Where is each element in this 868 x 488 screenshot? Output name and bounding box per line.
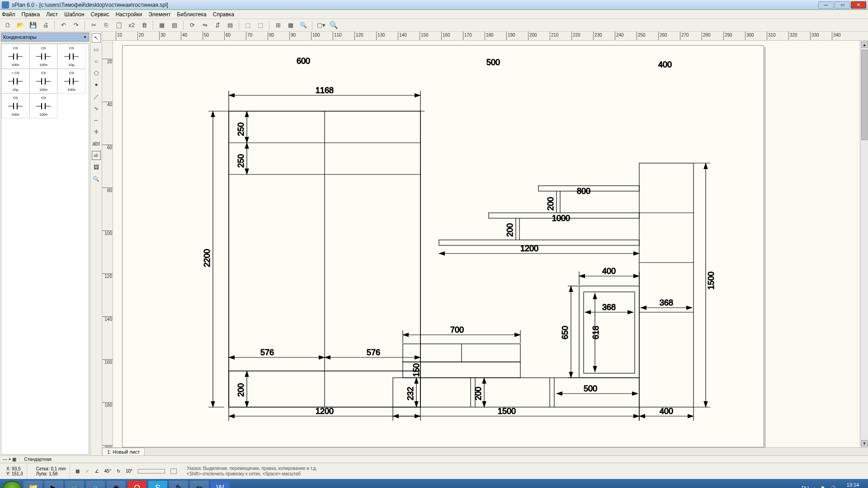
circle-tool[interactable]: ○ (92, 57, 101, 66)
svg-text:500: 500 (486, 58, 500, 67)
text-tool[interactable]: abI (92, 139, 101, 148)
maximize-button[interactable]: ▭ (835, 1, 850, 9)
canvas[interactable]: 600 500 400 (113, 41, 860, 447)
ie-icon[interactable]: e (86, 481, 105, 488)
special-tool[interactable]: ✦ (92, 80, 101, 89)
print-icon[interactable]: 🖨 (41, 20, 51, 30)
svg-rect-66 (639, 163, 693, 407)
group-icon[interactable]: ⬚ (243, 20, 253, 30)
svg-text:500: 500 (584, 384, 597, 393)
copy-icon[interactable]: ⎘ (101, 20, 111, 30)
rotate-icon[interactable]: ⟳ (187, 20, 197, 30)
textbox-tool[interactable]: ab (92, 151, 101, 160)
splan-task-icon[interactable]: ✏ (190, 481, 209, 488)
menu-file[interactable]: Файл (2, 11, 15, 18)
tray-volume-icon[interactable]: 🔊 (830, 485, 836, 488)
pencil-icon[interactable]: ✎ (169, 481, 188, 488)
minimize-button[interactable]: — (818, 1, 834, 9)
line-tool[interactable]: ／ (92, 92, 101, 101)
utorrent-icon[interactable]: µ (65, 481, 84, 488)
skype-icon[interactable]: S (148, 481, 167, 488)
back-icon[interactable]: ▧ (170, 20, 179, 30)
library-combo[interactable]: Конденсаторы (1, 33, 89, 42)
opera-icon[interactable]: O (127, 481, 146, 488)
delete-icon[interactable]: 🗑 (139, 20, 149, 30)
chrome-icon[interactable]: ◉ (107, 481, 126, 488)
sidebar: Конденсаторы C0100nC0100nC010µ+ C010µC01… (0, 32, 90, 455)
measure-tool[interactable]: 🔍 (92, 174, 101, 183)
palette-item-2[interactable]: C010µ (57, 44, 85, 69)
menu-settings[interactable]: Настройки (116, 11, 142, 18)
find-icon[interactable]: 🔍 (298, 20, 308, 30)
scroll-down-icon[interactable]: ▼ (861, 440, 868, 446)
palette-item-1[interactable]: C0100n (29, 44, 57, 69)
open-icon[interactable]: 📂 (15, 20, 25, 30)
grid-icon[interactable]: ▦ (286, 20, 296, 30)
menu-element[interactable]: Элемент (149, 11, 171, 18)
menu-service[interactable]: Сервис (91, 11, 109, 18)
start-button[interactable] (3, 481, 22, 488)
menu-help[interactable]: Справка (213, 11, 234, 18)
palette-item-6[interactable]: C0100n (1, 94, 29, 118)
scroll-thumb[interactable] (861, 50, 868, 140)
menu-library[interactable]: Библиотека (177, 11, 206, 18)
svg-text:250: 250 (236, 154, 245, 168)
explorer-icon[interactable]: 📁 (24, 481, 42, 488)
word-icon[interactable]: W (211, 481, 230, 488)
cut-icon[interactable]: ✂ (89, 20, 99, 30)
tray-network-icon[interactable]: ⚑ (821, 485, 825, 488)
svg-text:368: 368 (602, 303, 616, 312)
menu-sheet[interactable]: Лист (46, 11, 58, 18)
undo-icon[interactable]: ↶ (58, 20, 68, 30)
front-icon[interactable]: ▦ (157, 20, 167, 30)
menu-edit[interactable]: Правка (22, 11, 40, 18)
lang-indicator[interactable]: RU (802, 485, 809, 488)
menu-bar: Файл Правка Лист Шаблон Сервис Настройки… (0, 10, 868, 19)
clock[interactable]: 13:1418.09.2014 (840, 482, 865, 488)
palette-item-7[interactable]: C0100n (29, 94, 57, 118)
pointer-tool[interactable]: ↖ (92, 33, 101, 42)
svg-text:600: 600 (297, 56, 310, 66)
bezier-tool[interactable]: ∿ (92, 104, 101, 113)
dimension-tool[interactable]: ↔ (92, 116, 101, 125)
ungroup-icon[interactable]: ⬚ (255, 20, 265, 30)
paste-icon[interactable]: 📋 (114, 20, 124, 30)
page-icon[interactable]: ▢▾ (316, 20, 326, 30)
palette-item-4[interactable]: C0100n (29, 69, 57, 94)
snap-icon[interactable]: ⊞ (273, 20, 283, 30)
wmp-icon[interactable]: ▶ (44, 481, 63, 488)
mirror-h-icon[interactable]: ⇋ (200, 20, 210, 30)
svg-text:200: 200 (474, 387, 483, 400)
menu-template[interactable]: Шаблон (64, 11, 84, 18)
svg-rect-93 (579, 286, 639, 378)
node-tool[interactable]: ✛ (92, 127, 101, 136)
zoom-icon[interactable]: 🔍 (329, 20, 339, 30)
image-tool[interactable]: 🖼 (92, 163, 101, 172)
component-palette: C0100nC0100nC010µ+ C010µC0100nC0100nC010… (1, 43, 89, 455)
poly-tool[interactable]: ⬠ (92, 69, 101, 78)
scroll-up-icon[interactable]: ▲ (861, 42, 868, 48)
snap-toggle-icon[interactable]: ⟋ (85, 469, 90, 474)
new-icon[interactable]: 🗋 (3, 20, 13, 30)
palette-item-5[interactable]: C0100n (57, 69, 85, 94)
tray-flag-icon[interactable]: ▴ (813, 485, 816, 488)
svg-text:1500: 1500 (498, 407, 516, 416)
close-button[interactable]: ✕ (851, 1, 866, 9)
grid-toggle-icon[interactable]: ▦ (75, 469, 80, 474)
dup-icon[interactable]: x2 (127, 20, 137, 30)
svg-text:700: 700 (450, 325, 464, 334)
save-icon[interactable]: 💾 (28, 20, 38, 30)
svg-text:1000: 1000 (552, 214, 570, 223)
mirror-v-icon[interactable]: ⇵ (212, 20, 222, 30)
redo-icon[interactable]: ↷ (71, 20, 81, 30)
drawing-page: 600 500 400 (122, 45, 764, 447)
ruler-horizontal: 1020304050607080901001101201301401501601… (102, 32, 868, 41)
angle1: 45° (104, 469, 111, 474)
vertical-scrollbar[interactable]: ▲ ▼ (860, 41, 868, 447)
palette-item-3[interactable]: + C010µ (1, 69, 29, 94)
align-icon[interactable]: ▤ (225, 20, 235, 30)
rect-tool[interactable]: ▭ (92, 45, 101, 54)
palette-item-0[interactable]: C0100n (1, 44, 29, 69)
svg-text:618: 618 (591, 326, 600, 339)
sheet-tab[interactable]: 1: Новый лист (102, 448, 145, 455)
